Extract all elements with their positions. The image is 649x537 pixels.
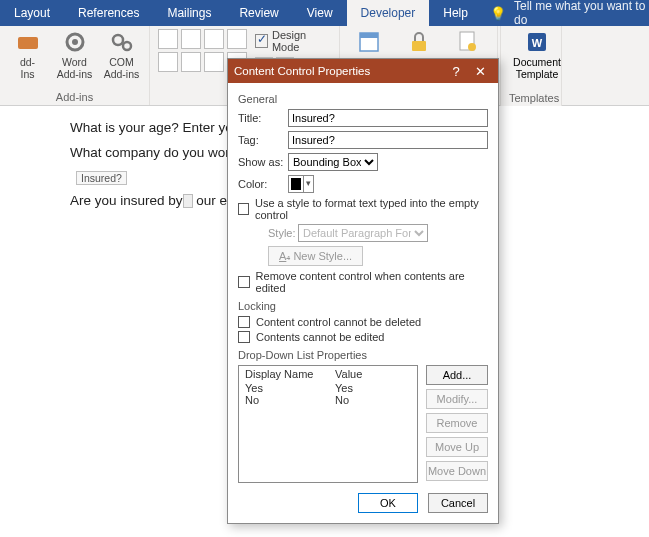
color-picker[interactable]: ▾ — [288, 175, 314, 193]
remove-cc-label: Remove content control when contents are… — [256, 270, 488, 294]
add-button[interactable]: Add... — [426, 365, 488, 385]
ribbon-tabs: Layout References Mailings Review View D… — [0, 0, 649, 26]
pane-icon — [356, 29, 382, 55]
word-template-icon: W — [524, 29, 550, 55]
word-addins-button[interactable]: Word Add-ins — [55, 29, 94, 80]
xml-mapping-button[interactable] — [348, 29, 390, 57]
svg-point-2 — [72, 39, 78, 45]
com-addins-button[interactable]: COM Add-ins — [102, 29, 141, 80]
ok-button[interactable]: OK — [358, 493, 418, 513]
use-style-label: Use a style to format text typed into th… — [255, 197, 488, 221]
label-style: Style: — [268, 227, 298, 239]
label-color: Color: — [238, 178, 288, 190]
group-label-addins: Add-ins — [8, 91, 141, 103]
checkmark-icon — [255, 34, 268, 48]
document-lock-icon — [455, 29, 481, 55]
group-label-templates: Templates — [509, 92, 553, 104]
dropdown-icon[interactable] — [183, 194, 193, 208]
tab-help[interactable]: Help — [429, 0, 482, 26]
remove-button: Remove — [426, 413, 488, 433]
section-locking: Locking — [238, 300, 488, 312]
group-addins: dd- Ins Word Add-ins COM Add-ins Add-ins — [0, 26, 150, 105]
section-ddl: Drop-Down List Properties — [238, 349, 488, 361]
label-tag: Tag: — [238, 134, 288, 146]
section-general: General — [238, 93, 488, 105]
lightbulb-icon: 💡 — [490, 6, 506, 21]
help-button[interactable]: ? — [444, 64, 468, 79]
dialog-title: Content Control Properties — [234, 65, 444, 77]
cancel-button[interactable]: Cancel — [428, 493, 488, 513]
svg-rect-6 — [360, 33, 378, 38]
tab-view[interactable]: View — [293, 0, 347, 26]
moveup-button: Move Up — [426, 437, 488, 457]
dialog-titlebar[interactable]: Content Control Properties ? ✕ — [228, 59, 498, 83]
col-value: Value — [335, 368, 362, 380]
content-control-properties-dialog: Content Control Properties ? ✕ General T… — [227, 58, 499, 524]
label-title: Title: — [238, 112, 288, 124]
content-control-tag[interactable]: Insured? — [76, 171, 127, 185]
svg-text:W: W — [532, 37, 543, 49]
lock-delete-checkbox[interactable] — [238, 316, 250, 328]
brick-icon — [15, 29, 41, 55]
col-display: Display Name — [245, 368, 335, 380]
svg-point-9 — [468, 43, 476, 51]
gears-icon — [109, 29, 135, 55]
table-row[interactable]: YesYes — [239, 382, 417, 394]
gear-icon — [62, 29, 88, 55]
restrict-editing-button[interactable] — [447, 29, 489, 57]
group-templates-outer: W Document Template Templates — [500, 26, 562, 106]
showas-select[interactable]: Bounding Box — [288, 153, 378, 171]
svg-point-4 — [123, 42, 131, 50]
tab-developer[interactable]: Developer — [347, 0, 430, 26]
new-style-button: A₄ New Style... — [268, 246, 363, 266]
dropdown-list-table[interactable]: Display Name Value YesYes NoNo — [238, 365, 418, 483]
movedown-button: Move Down — [426, 461, 488, 481]
tell-me-input[interactable]: Tell me what you want to do — [514, 0, 649, 27]
table-row[interactable]: NoNo — [239, 394, 417, 406]
addins-button[interactable]: dd- Ins — [8, 29, 47, 80]
label-showas: Show as: — [238, 156, 288, 168]
tab-references[interactable]: References — [64, 0, 153, 26]
close-button[interactable]: ✕ — [468, 64, 492, 79]
lock-edit-checkbox[interactable] — [238, 331, 250, 343]
tab-review[interactable]: Review — [225, 0, 292, 26]
modify-button: Modify... — [426, 389, 488, 409]
lock-edit-label: Contents cannot be edited — [256, 331, 384, 343]
group-templates: W Document Template Templates — [500, 26, 562, 106]
tag-input[interactable] — [288, 131, 488, 149]
use-style-checkbox[interactable] — [238, 203, 249, 215]
design-mode-toggle[interactable]: Design Mode — [255, 29, 331, 53]
svg-rect-7 — [412, 41, 426, 51]
title-input[interactable] — [288, 109, 488, 127]
color-swatch-icon — [291, 178, 301, 190]
chevron-down-icon: ▾ — [303, 176, 313, 192]
document-template-button[interactable]: W Document Template — [509, 29, 565, 80]
svg-rect-0 — [18, 37, 38, 49]
tab-mailings[interactable]: Mailings — [153, 0, 225, 26]
style-select: Default Paragraph Font — [298, 224, 428, 242]
lock-delete-label: Content control cannot be deleted — [256, 316, 421, 328]
svg-point-3 — [113, 35, 123, 45]
tab-layout[interactable]: Layout — [0, 0, 64, 26]
lock-icon — [406, 29, 432, 55]
remove-cc-checkbox[interactable] — [238, 276, 250, 288]
block-authors-button[interactable] — [398, 29, 440, 57]
